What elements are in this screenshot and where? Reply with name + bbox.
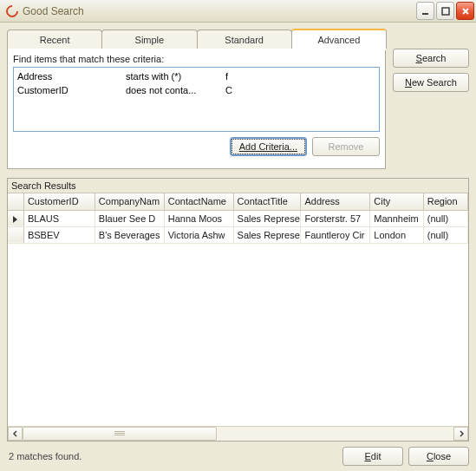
svg-rect-0 (422, 13, 428, 15)
button-rest: dit (371, 451, 381, 461)
app-icon (5, 4, 19, 18)
cell[interactable]: B's Beverages (95, 226, 164, 243)
title-bar: Good Search (0, 0, 476, 23)
button-ul: S (416, 53, 422, 63)
results-panel: Search Results CustomerID CompanyNam Con… (7, 178, 469, 442)
tab-label: Recent (40, 35, 70, 45)
results-grid[interactable]: CustomerID CompanyNam ContactName Contac… (8, 193, 468, 426)
cell[interactable]: (null) (423, 210, 467, 226)
button-ul: N (405, 77, 412, 88)
row-indicator (8, 210, 23, 226)
chevron-right-icon (458, 430, 465, 437)
table-row[interactable]: BSBEV B's Beverages Victoria Ashw Sales … (8, 226, 468, 243)
cell[interactable]: Fauntleroy Cir (301, 226, 370, 243)
tab-area: Recent Simple Standard Advanced Find ite… (7, 29, 386, 169)
cell[interactable]: Sales Represe (233, 226, 301, 243)
criteria-buttons: Add Criteria... Remove (13, 137, 380, 156)
cell[interactable]: (null) (423, 226, 467, 243)
tab-label: Simple (135, 35, 165, 45)
scroll-thumb[interactable] (23, 427, 217, 441)
criteria-row[interactable]: Address starts with (*) f (17, 69, 375, 83)
window-controls (416, 2, 474, 20)
col-header[interactable]: CustomerID (23, 193, 95, 210)
remove-criteria-button: Remove (312, 137, 380, 156)
header-row: CustomerID CompanyNam ContactName Contac… (8, 193, 468, 210)
table-row[interactable]: BLAUS Blauer See D Hanna Moos Sales Repr… (8, 210, 468, 226)
cell[interactable]: London (370, 226, 423, 243)
search-button[interactable]: Search (393, 49, 469, 68)
scroll-left-button[interactable] (8, 427, 23, 441)
new-search-button[interactable]: New Search (393, 73, 469, 92)
chevron-left-icon (12, 430, 19, 437)
button-rest: ew Search (412, 77, 457, 88)
col-header[interactable]: CompanyNam (95, 193, 164, 210)
results-title: Search Results (8, 179, 468, 193)
tab-label: Advanced (317, 35, 360, 45)
criteria-label: Find items that match these criteria: (13, 54, 380, 64)
row-header-corner (8, 193, 23, 210)
svg-rect-1 (442, 8, 449, 15)
tab-standard[interactable]: Standard (197, 29, 292, 49)
add-criteria-button[interactable]: Add Criteria... (230, 137, 307, 156)
tab-body: Find items that match these criteria: Ad… (7, 48, 386, 169)
status-bar: 2 matches found. Edit Close (7, 442, 469, 466)
tab-simple[interactable]: Simple (101, 29, 197, 49)
criteria-list[interactable]: Address starts with (*) f CustomerID doe… (13, 67, 380, 132)
horizontal-scrollbar[interactable] (8, 426, 468, 441)
col-header[interactable]: Region (423, 193, 467, 210)
button-ul: C (427, 451, 434, 461)
criteria-value: f (225, 71, 375, 82)
criteria-condition: does not conta... (126, 85, 225, 95)
tab-advanced[interactable]: Advanced (291, 29, 387, 49)
col-header[interactable]: City (370, 193, 423, 210)
window-title: Good Search (23, 5, 416, 17)
top-panel: Recent Simple Standard Advanced Find ite… (7, 29, 469, 169)
side-buttons: Search New Search (393, 29, 469, 169)
status-text: 2 matches found. (7, 451, 337, 461)
edit-button[interactable]: Edit (342, 447, 403, 466)
criteria-condition: starts with (*) (126, 71, 225, 82)
col-header[interactable]: Address (301, 193, 370, 210)
tab-recent[interactable]: Recent (7, 29, 102, 49)
minimize-button[interactable] (416, 2, 434, 20)
button-ul: E (365, 451, 371, 461)
criteria-row[interactable]: CustomerID does not conta... C (17, 83, 375, 97)
cell[interactable]: Victoria Ashw (164, 226, 233, 243)
button-rest: lose (434, 451, 451, 461)
button-label: Remove (329, 141, 364, 152)
cell[interactable]: Sales Represe (233, 210, 301, 226)
tab-strip: Recent Simple Standard Advanced (7, 29, 386, 49)
cell[interactable]: BSBEV (23, 226, 95, 243)
tab-label: Standard (225, 35, 264, 45)
cell[interactable]: Forsterstr. 57 (301, 210, 370, 226)
criteria-value: C (225, 85, 375, 95)
row-indicator (8, 226, 23, 243)
button-label: Add Criteria... (239, 141, 297, 152)
close-button[interactable]: Close (408, 447, 469, 466)
col-header[interactable]: ContactTitle (233, 193, 301, 210)
criteria-field: Address (17, 71, 126, 82)
scroll-track[interactable] (23, 427, 453, 441)
cell[interactable]: BLAUS (23, 210, 95, 226)
cell[interactable]: Blauer See D (95, 210, 164, 226)
scroll-right-button[interactable] (453, 427, 468, 441)
criteria-field: CustomerID (17, 85, 126, 95)
cell[interactable]: Hanna Moos (164, 210, 233, 226)
maximize-button[interactable] (436, 2, 454, 20)
col-header[interactable]: ContactName (164, 193, 233, 210)
cell[interactable]: Mannheim (370, 210, 423, 226)
close-window-button[interactable] (456, 2, 474, 20)
client-area: Recent Simple Standard Advanced Find ite… (0, 23, 476, 471)
